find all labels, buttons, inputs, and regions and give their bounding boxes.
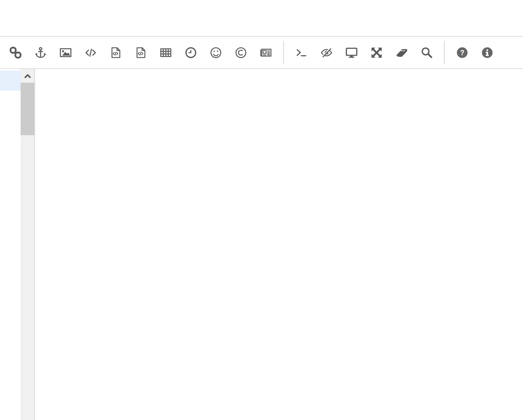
- chevron-up-icon: [23, 73, 32, 79]
- selected-line-highlight: [0, 71, 21, 91]
- clock-icon: [185, 46, 197, 59]
- scrollbar-thumb[interactable]: [21, 83, 34, 135]
- copyright-icon: [235, 46, 247, 59]
- newspaper-icon: [260, 46, 272, 59]
- file-code-2-icon: [134, 46, 147, 59]
- scroll-up-button[interactable]: [21, 69, 34, 83]
- expand-arrows-icon: [370, 46, 383, 59]
- monitor-icon: [345, 46, 358, 59]
- file-code-1-icon: [109, 46, 122, 59]
- file-code-2-button[interactable]: [134, 46, 147, 59]
- eraser-button[interactable]: [395, 46, 408, 59]
- file-code-1-button[interactable]: [109, 46, 122, 59]
- table-icon: [160, 46, 172, 59]
- image-icon: [59, 46, 72, 59]
- eraser-icon: [395, 46, 408, 59]
- terminal-button[interactable]: [295, 46, 308, 59]
- editor-gutter: [0, 69, 21, 420]
- image-button[interactable]: [59, 46, 72, 59]
- clock-button[interactable]: [185, 46, 197, 59]
- smiley-icon: [210, 46, 222, 59]
- top-whitespace: [0, 0, 523, 36]
- smiley-button[interactable]: [210, 46, 222, 59]
- toolbar-separator: [283, 41, 284, 64]
- monitor-button[interactable]: [345, 46, 358, 59]
- info-icon: [481, 46, 494, 59]
- search-button[interactable]: [420, 46, 433, 59]
- toolbar: [0, 36, 523, 69]
- copyright-button[interactable]: [235, 46, 247, 59]
- expand-arrows-button[interactable]: [370, 46, 383, 59]
- vertical-scrollbar[interactable]: [21, 69, 35, 420]
- anchor-button[interactable]: [34, 46, 47, 59]
- info-button[interactable]: [481, 46, 494, 59]
- table-button[interactable]: [160, 46, 172, 59]
- terminal-icon: [295, 46, 308, 59]
- editor-content[interactable]: [35, 69, 523, 420]
- code-icon: [84, 46, 97, 59]
- link-button[interactable]: [9, 46, 22, 59]
- help-icon: [456, 46, 468, 59]
- search-icon: [420, 46, 433, 59]
- eye-slash-button[interactable]: [320, 46, 333, 59]
- anchor-icon: [34, 46, 47, 59]
- newspaper-button[interactable]: [260, 46, 272, 59]
- link-icon: [9, 46, 22, 59]
- help-button[interactable]: [456, 46, 468, 59]
- editor-area: [0, 69, 523, 420]
- toolbar-separator: [444, 41, 445, 64]
- eye-slash-icon: [320, 46, 333, 59]
- code-button[interactable]: [84, 46, 97, 59]
